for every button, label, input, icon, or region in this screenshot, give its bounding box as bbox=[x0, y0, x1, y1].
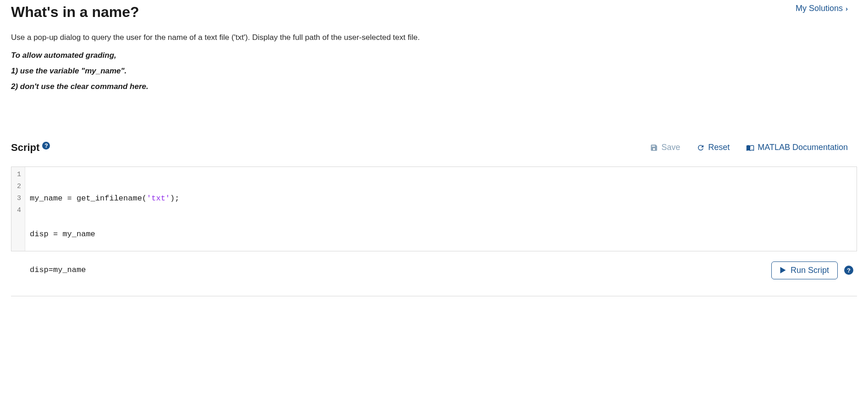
reset-icon bbox=[697, 144, 705, 152]
docs-label: MATLAB Documentation bbox=[758, 143, 848, 152]
run-help-icon[interactable]: ? bbox=[844, 266, 853, 275]
grading-rule-1: 1) use the variable "my_name". bbox=[11, 67, 857, 76]
reset-label: Reset bbox=[708, 143, 730, 152]
chevron-right-icon: › bbox=[846, 5, 848, 12]
code-line: my_name = get_infilename('txt'); bbox=[30, 193, 852, 205]
grading-intro: To allow automated grading, bbox=[11, 51, 857, 60]
my-solutions-label: My Solutions bbox=[796, 4, 843, 13]
reset-button[interactable]: Reset bbox=[697, 143, 730, 152]
run-script-button[interactable]: Run Script bbox=[771, 261, 838, 279]
line-number: 3 bbox=[16, 193, 21, 205]
script-help-icon[interactable]: ? bbox=[42, 142, 50, 150]
code-line: disp = my_name bbox=[30, 228, 852, 240]
line-number: 4 bbox=[16, 205, 21, 217]
line-number: 2 bbox=[16, 181, 21, 193]
script-section-title: Script bbox=[11, 142, 39, 154]
run-script-label: Run Script bbox=[791, 266, 829, 275]
my-solutions-link[interactable]: My Solutions › bbox=[796, 4, 857, 13]
code-gutter: 1 2 3 4 bbox=[11, 167, 25, 251]
code-body[interactable]: my_name = get_infilename('txt'); disp = … bbox=[25, 167, 857, 251]
save-icon bbox=[650, 144, 658, 152]
page-title: What's in a name? bbox=[11, 4, 139, 21]
line-number: 1 bbox=[16, 169, 21, 181]
grading-rule-2: 2) don't use the clear command here. bbox=[11, 82, 857, 91]
code-editor[interactable]: 1 2 3 4 my_name = get_infilename('txt');… bbox=[11, 167, 857, 251]
save-button[interactable]: Save bbox=[650, 143, 680, 152]
matlab-documentation-link[interactable]: MATLAB Documentation bbox=[746, 143, 848, 152]
problem-description: Use a pop-up dialog to query the user fo… bbox=[11, 32, 857, 44]
code-line: disp=my_name bbox=[30, 264, 852, 276]
play-icon bbox=[780, 267, 786, 273]
save-label: Save bbox=[661, 143, 680, 152]
book-icon bbox=[746, 144, 754, 152]
